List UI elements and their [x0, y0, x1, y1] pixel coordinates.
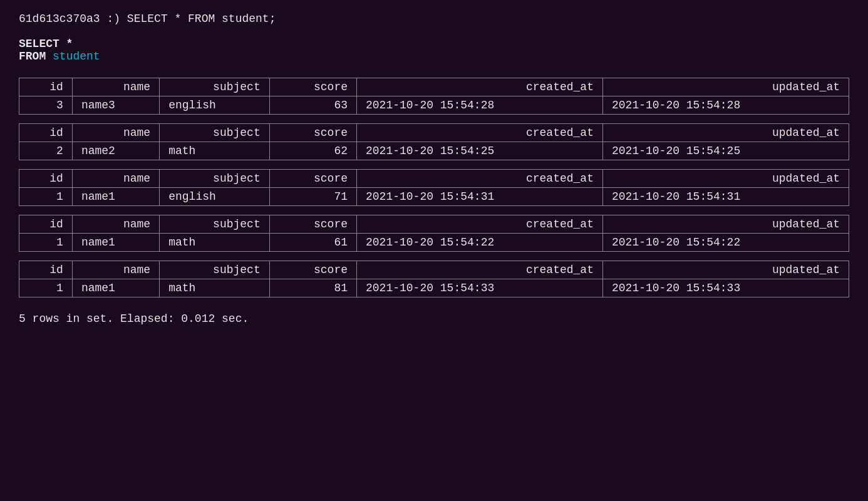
result-table-3: idnamesubjectscorecreated_atupdated_at1n… [19, 215, 849, 252]
col-header-created_at: created_at [357, 78, 603, 96]
col-header-created_at: created_at [357, 215, 603, 234]
col-header-score: score [269, 124, 356, 142]
footer: 5 rows in set. Elapsed: 0.012 sec. [19, 312, 849, 325]
cell-score: 63 [269, 96, 356, 115]
select-keyword: SELECT [19, 38, 59, 50]
table-row: 1name1english712021-10-20 15:54:312021-1… [19, 188, 849, 206]
result-table-4: idnamesubjectscorecreated_atupdated_at1n… [19, 261, 849, 297]
col-header-subject: subject [160, 124, 270, 142]
cell-id: 1 [19, 234, 73, 252]
cell-name: name1 [72, 188, 159, 206]
cell-name: name3 [72, 96, 159, 115]
col-header-id: id [19, 261, 73, 279]
col-header-updated_at: updated_at [602, 261, 849, 279]
table-result-1: idnamesubjectscorecreated_atupdated_at2n… [19, 123, 849, 160]
table-row: 1name1math612021-10-20 15:54:222021-10-2… [19, 234, 849, 252]
cell-id: 1 [19, 188, 73, 206]
col-header-name: name [72, 215, 159, 234]
cell-created_at: 2021-10-20 15:54:31 [357, 188, 603, 206]
cell-subject: math [160, 142, 270, 160]
col-header-created_at: created_at [357, 170, 603, 188]
cell-updated_at: 2021-10-20 15:54:22 [602, 234, 849, 252]
sql-block: SELECT * FROM student [19, 38, 849, 63]
results-container: idnamesubjectscorecreated_atupdated_at3n… [19, 78, 849, 297]
col-header-name: name [72, 124, 159, 142]
cell-subject: math [160, 234, 270, 252]
col-header-subject: subject [160, 215, 270, 234]
cell-created_at: 2021-10-20 15:54:28 [357, 96, 603, 115]
cell-score: 81 [269, 279, 356, 297]
col-header-score: score [269, 78, 356, 96]
col-header-score: score [269, 215, 356, 234]
from-keyword: FROM [19, 50, 46, 63]
cell-id: 2 [19, 142, 73, 160]
cell-subject: math [160, 279, 270, 297]
cell-score: 61 [269, 234, 356, 252]
cell-updated_at: 2021-10-20 15:54:28 [602, 96, 849, 115]
col-header-name: name [72, 261, 159, 279]
col-header-updated_at: updated_at [602, 215, 849, 234]
cell-updated_at: 2021-10-20 15:54:31 [602, 188, 849, 206]
cell-id: 1 [19, 279, 73, 297]
col-header-created_at: created_at [357, 124, 603, 142]
cell-created_at: 2021-10-20 15:54:25 [357, 142, 603, 160]
col-header-id: id [19, 170, 73, 188]
table-result-2: idnamesubjectscorecreated_atupdated_at1n… [19, 169, 849, 206]
table-result-3: idnamesubjectscorecreated_atupdated_at1n… [19, 215, 849, 252]
terminal-output: 61d613c370a3 :) SELECT * FROM student; S… [19, 13, 849, 325]
cell-subject: english [160, 96, 270, 115]
col-header-score: score [269, 170, 356, 188]
cell-name: name1 [72, 234, 159, 252]
prompt-line: 61d613c370a3 :) SELECT * FROM student; [19, 13, 849, 25]
cell-subject: english [160, 188, 270, 206]
col-header-updated_at: updated_at [602, 78, 849, 96]
table-row: 2name2math622021-10-20 15:54:252021-10-2… [19, 142, 849, 160]
cell-updated_at: 2021-10-20 15:54:25 [602, 142, 849, 160]
col-header-name: name [72, 170, 159, 188]
col-header-id: id [19, 78, 73, 96]
table-result-0: idnamesubjectscorecreated_atupdated_at3n… [19, 78, 849, 115]
cell-score: 62 [269, 142, 356, 160]
cell-updated_at: 2021-10-20 15:54:33 [602, 279, 849, 297]
table-name-text: student [53, 50, 100, 63]
col-header-score: score [269, 261, 356, 279]
col-header-id: id [19, 215, 73, 234]
col-header-subject: subject [160, 170, 270, 188]
col-header-name: name [72, 78, 159, 96]
col-header-id: id [19, 124, 73, 142]
table-row: 1name1math812021-10-20 15:54:332021-10-2… [19, 279, 849, 297]
result-table-1: idnamesubjectscorecreated_atupdated_at2n… [19, 123, 849, 160]
col-header-updated_at: updated_at [602, 124, 849, 142]
select-star: * [59, 38, 73, 50]
select-line: SELECT * [19, 38, 849, 50]
table-row: 3name3english632021-10-20 15:54:282021-1… [19, 96, 849, 115]
from-line: FROM student [19, 50, 849, 63]
col-header-subject: subject [160, 78, 270, 96]
cell-name: name1 [72, 279, 159, 297]
result-table-2: idnamesubjectscorecreated_atupdated_at1n… [19, 169, 849, 206]
cell-id: 3 [19, 96, 73, 115]
result-table-0: idnamesubjectscorecreated_atupdated_at3n… [19, 78, 849, 115]
col-header-created_at: created_at [357, 261, 603, 279]
col-header-updated_at: updated_at [602, 170, 849, 188]
cell-score: 71 [269, 188, 356, 206]
col-header-subject: subject [160, 261, 270, 279]
cell-created_at: 2021-10-20 15:54:22 [357, 234, 603, 252]
cell-created_at: 2021-10-20 15:54:33 [357, 279, 603, 297]
cell-name: name2 [72, 142, 159, 160]
table-result-4: idnamesubjectscorecreated_atupdated_at1n… [19, 261, 849, 297]
